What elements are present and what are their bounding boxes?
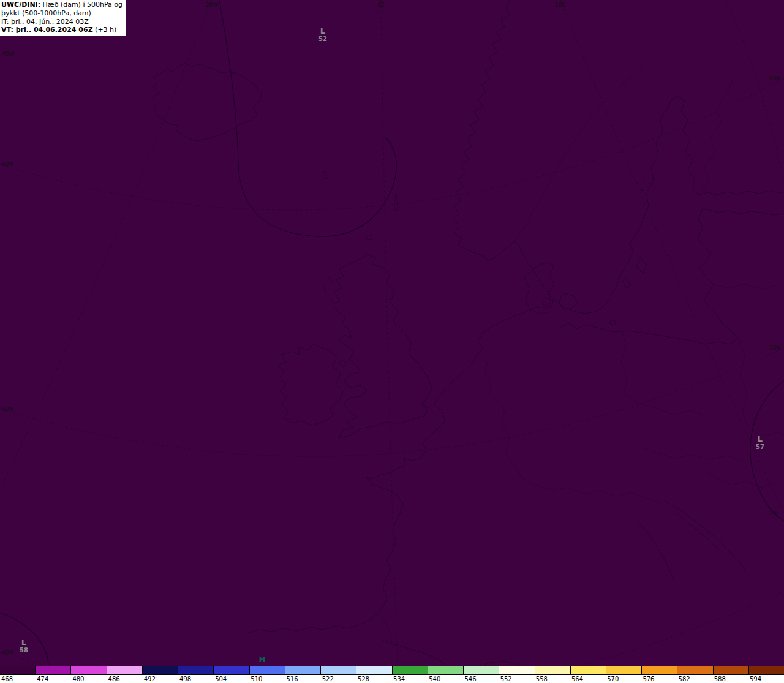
colorbar-label-564: 564 — [570, 675, 606, 683]
grid-label-40w: 40W — [2, 51, 14, 57]
colorbar-label-504: 504 — [214, 675, 249, 683]
colorbar-label-492: 492 — [143, 675, 178, 683]
colorbar-label-468: 468 — [0, 675, 36, 683]
colorbar-swatch-510 — [250, 666, 285, 674]
colorbar-swatch-588 — [714, 666, 749, 674]
colorbar-label-522: 522 — [321, 675, 356, 683]
product-title-part2: þykkt (500-1000hPa, dam) — [1, 9, 123, 18]
colorbar-swatch-594 — [749, 666, 784, 674]
colorbar-label-510: 510 — [249, 675, 285, 683]
colorbar-swatch-486 — [107, 666, 143, 674]
graticule-layer — [0, 0, 784, 666]
colorbar-swatch-498 — [178, 666, 214, 674]
colorbar-label-594: 594 — [748, 675, 784, 683]
colorbar-swatch-540 — [428, 666, 464, 674]
colorbar-swatch-480 — [71, 666, 107, 674]
product-label: UWC/DINI: — [1, 1, 40, 9]
pressure-letter: L — [756, 435, 764, 443]
colorbar-label-486: 486 — [107, 675, 143, 683]
colorbar — [0, 666, 784, 674]
pressure-value: 58 — [20, 646, 28, 655]
colorbar-label-582: 582 — [677, 675, 713, 683]
colorbar-swatch-564 — [571, 666, 606, 674]
coastline-layer — [153, 0, 784, 666]
pressure-letter: L — [20, 638, 28, 646]
valid-time-offset: (+3 h) — [93, 26, 117, 34]
colorbar-swatch-570 — [606, 666, 642, 674]
pressure-center-h: H — [259, 655, 266, 663]
pressure-center-l-52: L52 — [318, 27, 327, 43]
grid-label-50n: 50N — [769, 345, 780, 351]
valid-time: VT: þri.. 04.06.2024 06Z (+3 h) — [1, 26, 123, 34]
colorbar-swatch-522 — [321, 666, 356, 674]
colorbar-label-474: 474 — [36, 675, 71, 683]
colorbar-label-546: 546 — [463, 675, 499, 683]
weather-chart: UWC/DINI: Hæð (dam) í 500hPa og þykkt (5… — [0, 0, 784, 683]
colorbar-label-570: 570 — [606, 675, 641, 683]
colorbar-swatch-492 — [143, 666, 178, 674]
pressure-letter: L — [318, 27, 327, 35]
colorbar-swatch-468 — [0, 666, 36, 674]
pressure-center-l-58: L58 — [20, 638, 28, 655]
title-line-product: UWC/DINI: Hæð (dam) í 500hPa og — [1, 1, 123, 9]
colorbar-label-516: 516 — [285, 675, 321, 683]
map-graphics — [0, 0, 784, 666]
colorbar-swatch-558 — [535, 666, 571, 674]
colorbar-label-552: 552 — [499, 675, 535, 683]
product-title-part1: Hæð (dam) í 500hPa og — [40, 1, 123, 9]
colorbar-swatch-474 — [36, 666, 71, 674]
colorbar-swatch-516 — [285, 666, 321, 674]
title-box: UWC/DINI: Hæð (dam) í 500hPa og þykkt (5… — [0, 0, 126, 36]
init-time: IT: þri.. 04. Jún.. 2024 03Z — [1, 18, 123, 26]
grid-label-20e: 20E — [555, 2, 565, 8]
pressure-center-l-57: L57 — [756, 435, 764, 451]
grid-label-0e: 0E — [377, 2, 384, 8]
colorbar-label-540: 540 — [428, 675, 463, 683]
colorbar-swatch-576 — [642, 666, 677, 674]
grid-label-50n: 50N — [2, 406, 13, 412]
colorbar-label-534: 534 — [392, 675, 428, 683]
pressure-letter: H — [259, 655, 266, 663]
valid-time-main: VT: þri.. 04.06.2024 06Z — [1, 26, 93, 34]
colorbar-swatch-552 — [499, 666, 535, 674]
colorbar-label-558: 558 — [535, 675, 570, 683]
colorbar-swatch-546 — [464, 666, 499, 674]
grid-label-60n: 60N — [2, 161, 13, 167]
border-layer — [379, 64, 784, 643]
grid-label-60n: 60N — [769, 75, 780, 81]
grid-label-40n: 40N — [2, 649, 13, 655]
pressure-value: 52 — [318, 35, 327, 43]
colorbar-label-528: 528 — [356, 675, 392, 683]
colorbar-swatch-534 — [393, 666, 428, 674]
pressure-value: 57 — [756, 443, 764, 451]
grid-label-20e: 20E — [769, 510, 780, 516]
map-area: UWC/DINI: Hæð (dam) í 500hPa og þykkt (5… — [0, 0, 784, 666]
colorbar-label-498: 498 — [178, 675, 214, 683]
colorbar-swatch-528 — [356, 666, 392, 674]
colorbar-labels: 4684744804864924985045105165225285345405… — [0, 674, 784, 683]
grid-label-20w: 20W — [206, 2, 218, 8]
contour-layer — [0, 0, 784, 666]
colorbar-label-480: 480 — [71, 675, 107, 683]
colorbar-label-588: 588 — [713, 675, 748, 683]
colorbar-label-576: 576 — [641, 675, 677, 683]
colorbar-swatch-504 — [214, 666, 249, 674]
colorbar-swatch-582 — [677, 666, 713, 674]
